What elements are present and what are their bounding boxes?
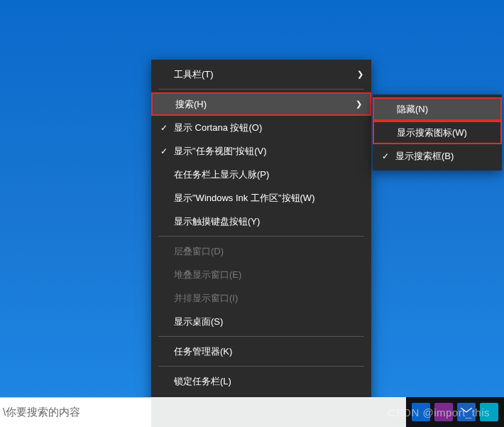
menu-label: 显示搜索图标(W) (394, 126, 495, 139)
menu-label: 堆叠显示窗口(E) (171, 269, 366, 281)
check-icon: ✓ (157, 146, 171, 156)
menu-item-cascade: 层叠窗口(D) (151, 239, 371, 263)
menu-label: 显示搜索框(B) (393, 150, 496, 163)
taskbar-tray (406, 397, 504, 427)
menu-label: 层叠窗口(D) (171, 245, 366, 258)
submenu-item-hidden[interactable]: 隐藏(N) (373, 97, 502, 121)
tray-app-icon[interactable] (434, 403, 453, 421)
menu-label: 显示"Windows Ink 工作区"按钮(W) (171, 192, 366, 205)
menu-item-sidebyside: 并排显示窗口(I) (151, 286, 371, 310)
menu-separator (158, 89, 364, 90)
menu-label: 显示 Cortana 按钮(O) (171, 121, 366, 134)
menu-label: 任务管理器(K) (171, 345, 366, 358)
taskbar-search-box[interactable]: \你要搜索的内容 (0, 397, 151, 427)
submenu-arrow-icon: ❯ (354, 70, 366, 79)
menu-item-show-cortana[interactable]: ✓ 显示 Cortana 按钮(O) (151, 116, 371, 139)
menu-item-lock-taskbar[interactable]: 锁定任务栏(L) (151, 369, 371, 393)
menu-separator (158, 236, 364, 237)
check-icon: ✓ (378, 151, 393, 161)
check-icon: ✓ (157, 123, 171, 133)
submenu-arrow-icon: ❯ (353, 99, 364, 109)
menu-label: 显示触摸键盘按钮(Y) (171, 215, 366, 228)
tray-app-icon[interactable] (412, 403, 430, 421)
menu-separator (158, 336, 364, 337)
submenu-item-show-search-box[interactable]: ✓ 显示搜索框(B) (373, 144, 502, 168)
menu-item-search[interactable]: 搜索(H) ❯ (151, 92, 371, 116)
menu-label: 搜索(H) (172, 98, 353, 111)
menu-label: 锁定任务栏(L) (171, 375, 366, 388)
menu-label: 隐藏(N) (394, 103, 495, 116)
tray-app-icon[interactable] (480, 403, 498, 421)
menu-item-show-touchkb[interactable]: 显示触摸键盘按钮(Y) (151, 210, 371, 233)
menu-label: 并排显示窗口(I) (171, 292, 366, 305)
submenu-item-show-search-icon[interactable]: 显示搜索图标(W) (373, 121, 502, 144)
taskbar-context-menu: 工具栏(T) ❯ 搜索(H) ❯ ✓ 显示 Cortana 按钮(O) ✓ 显示… (151, 60, 371, 419)
menu-item-stack: 堆叠显示窗口(E) (151, 263, 371, 286)
menu-label: 在任务栏上显示人脉(P) (171, 168, 366, 181)
menu-label: 显示"任务视图"按钮(V) (171, 145, 366, 158)
menu-item-toolbar[interactable]: 工具栏(T) ❯ (151, 63, 371, 86)
menu-item-show-desktop[interactable]: 显示桌面(S) (151, 310, 371, 333)
menu-item-show-people[interactable]: 在任务栏上显示人脉(P) (151, 163, 371, 186)
menu-label: 工具栏(T) (171, 68, 354, 81)
menu-item-show-ink[interactable]: 显示"Windows Ink 工作区"按钮(W) (151, 186, 371, 210)
menu-separator (158, 366, 364, 367)
search-submenu: 隐藏(N) 显示搜索图标(W) ✓ 显示搜索框(B) (373, 94, 502, 171)
menu-item-task-manager[interactable]: 任务管理器(K) (151, 340, 371, 363)
tray-mail-icon[interactable] (457, 403, 476, 421)
search-placeholder-text: \你要搜索的内容 (3, 406, 80, 419)
taskbar: \你要搜索的内容 (0, 397, 504, 427)
menu-label: 显示桌面(S) (171, 315, 366, 328)
menu-item-show-taskview[interactable]: ✓ 显示"任务视图"按钮(V) (151, 139, 371, 163)
